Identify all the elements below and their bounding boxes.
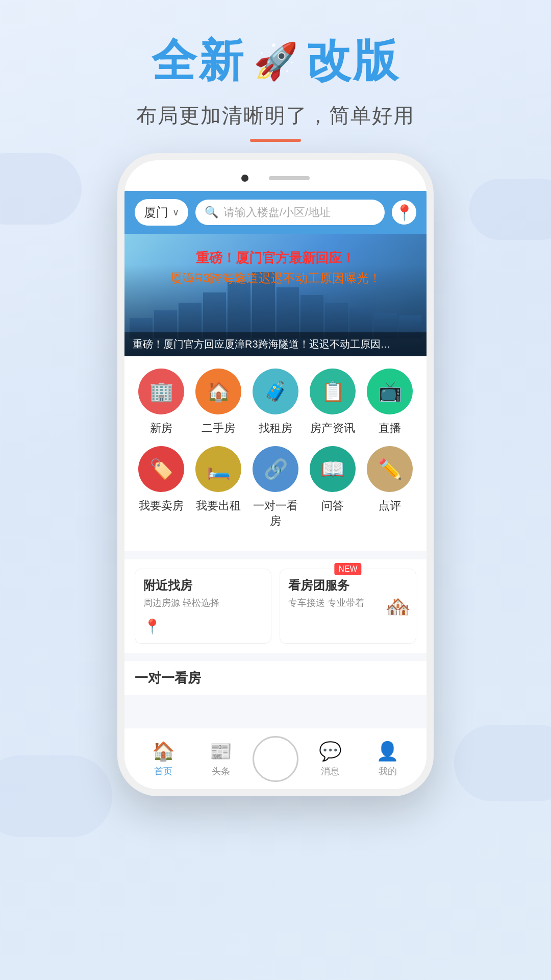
sell-icon: 🏷️ [138,446,184,492]
banner[interactable]: 重磅！厦门官方最新回应！ 厦漳R3跨海隧道迟迟不动工原因曝光！ 重磅！厦门官方回… [124,234,427,356]
menu-item-review[interactable]: ✏️ 点评 [363,446,416,529]
banner-line1: 重磅！厦门官方最新回应！ [124,249,427,267]
menu-section: 🏢 新房 🏠 二手房 🧳 找租房 📋 房产资讯 [124,356,427,551]
cloud-decoration-tl [0,153,82,225]
headline-nav-label: 头条 [212,765,230,777]
bottom-nav: 🏠 首页 📰 头条 💬 消息 👤 我的 [124,728,427,789]
live-icon: 📺 [367,369,413,414]
app-content: 厦门 ∨ 🔍 请输入楼盘/小区/地址 📍 [124,191,427,789]
phone-mockup: 厦门 ∨ 🔍 请输入楼盘/小区/地址 📍 [117,153,434,796]
message-nav-label: 消息 [321,765,339,777]
phone-body: 厦门 ∨ 🔍 请输入楼盘/小区/地址 📍 [117,153,434,796]
city-selector[interactable]: 厦门 ∨ [135,199,188,226]
menu-row-2: 🏷️ 我要卖房 🛏️ 我要出租 🔗 一对一看房 📖 问答 [133,446,418,529]
news-label: 房产资讯 [310,421,355,436]
home-nav-icon: 🏠 [152,741,175,762]
menu-row-1: 🏢 新房 🏠 二手房 🧳 找租房 📋 房产资讯 [133,369,418,436]
menu-item-new-house[interactable]: 🏢 新房 [135,369,188,436]
search-icon: 🔍 [205,206,218,219]
tour-building-icon: 🏘️ [385,594,411,618]
phone-topbar [124,160,427,191]
menu-item-qa[interactable]: 📖 问答 [306,446,359,529]
lease-icon: 🛏️ [195,446,241,492]
header-title-row: 全新 🚀 改版 [0,31,551,91]
lease-label: 我要出租 [196,498,241,513]
menu-item-news[interactable]: 📋 房产资讯 [306,369,359,436]
second-hand-label: 二手房 [202,421,235,436]
map-pin-icon: 📍 [143,618,263,635]
title-left: 全新 [152,31,245,91]
menu-item-lease[interactable]: 🛏️ 我要出租 [192,446,245,529]
features-section: 附近找房 周边房源 轻松选择 📍 NEW 看房团服务 专车接送 专业带着 🏘️ [124,559,427,653]
rent-icon: 🧳 [253,369,298,414]
building-7 [277,287,299,338]
tour-title: 看房团服务 [288,577,408,594]
orange-divider [250,139,301,142]
house-tour-card[interactable]: NEW 看房团服务 专车接送 专业带着 🏘️ [280,569,416,644]
headline-nav-icon: 📰 [209,741,232,762]
second-hand-icon: 🏠 [195,369,241,414]
promo-header: 全新 🚀 改版 布局更加清晰明了，简单好用 [0,31,551,142]
nav-home[interactable]: 🏠 首页 [138,741,189,777]
sell-label: 我要卖房 [139,498,184,513]
nav-headline[interactable]: 📰 头条 [195,741,246,777]
banner-text: 重磅！厦门官方最新回应！ 厦漳R3跨海隧道迟迟不动工原因曝光！ [124,249,427,286]
bottom-preview: 一对一看房 [124,661,427,695]
cloud-decoration-bl [0,755,112,837]
search-bar[interactable]: 🔍 请输入楼盘/小区/地址 [195,200,385,225]
search-placeholder: 请输入楼盘/小区/地址 [223,205,331,220]
app-header: 厦门 ∨ 🔍 请输入楼盘/小区/地址 📍 [124,191,427,234]
review-label: 点评 [379,498,401,513]
menu-item-rent[interactable]: 🧳 找租房 [249,369,302,436]
rocket-icon: 🚀 [254,40,298,82]
menu-item-live[interactable]: 📺 直播 [363,369,416,436]
feature-row: 附近找房 周边房源 轻松选择 📍 NEW 看房团服务 专车接送 专业带着 🏘️ [135,569,416,644]
home-button[interactable] [253,736,298,782]
title-right: 改版 [306,31,400,91]
profile-nav-icon: 👤 [376,741,399,762]
banner-footer: 重磅！厦门官方回应厦漳R3跨海隧道！迟迟不动工原因… [124,332,427,356]
cloud-decoration-tr [469,179,551,240]
home-nav-label: 首页 [154,765,172,777]
nav-profile[interactable]: 👤 我的 [362,741,413,777]
banner-line2: 厦漳R3跨海隧道迟迟不动工原因曝光！ [124,270,427,286]
phone-speaker [269,176,310,180]
one-on-one-icon: 🔗 [253,446,298,492]
city-arrow: ∨ [172,207,179,218]
building-5 [228,282,251,338]
news-icon: 📋 [310,369,356,414]
profile-nav-label: 我的 [379,765,397,777]
menu-item-one-on-one[interactable]: 🔗 一对一看房 [249,446,302,529]
city-name: 厦门 [144,204,168,220]
building-4 [203,292,226,338]
message-nav-icon: 💬 [319,741,342,762]
nearby-sub: 周边房源 轻松选择 [143,597,263,609]
menu-item-second-hand[interactable]: 🏠 二手房 [192,369,245,436]
rent-label: 找租房 [259,421,292,436]
new-house-icon: 🏢 [138,369,184,414]
one-on-one-label: 一对一看房 [249,498,302,529]
new-badge: NEW [334,563,361,575]
preview-title: 一对一看房 [135,669,416,687]
live-label: 直播 [379,421,401,436]
nearby-house-card[interactable]: 附近找房 周边房源 轻松选择 📍 [135,569,271,644]
qa-icon: 📖 [310,446,356,492]
nav-message[interactable]: 💬 消息 [305,741,356,777]
location-icon[interactable]: 📍 [392,200,416,225]
new-house-label: 新房 [150,421,172,436]
nearby-title: 附近找房 [143,577,263,594]
phone-camera [241,175,248,182]
header-subtitle: 布局更加清晰明了，简单好用 [0,102,551,130]
cloud-decoration-br [454,725,551,801]
qa-label: 问答 [321,498,344,513]
review-icon: ✏️ [367,446,413,492]
menu-item-sell[interactable]: 🏷️ 我要卖房 [135,446,188,529]
